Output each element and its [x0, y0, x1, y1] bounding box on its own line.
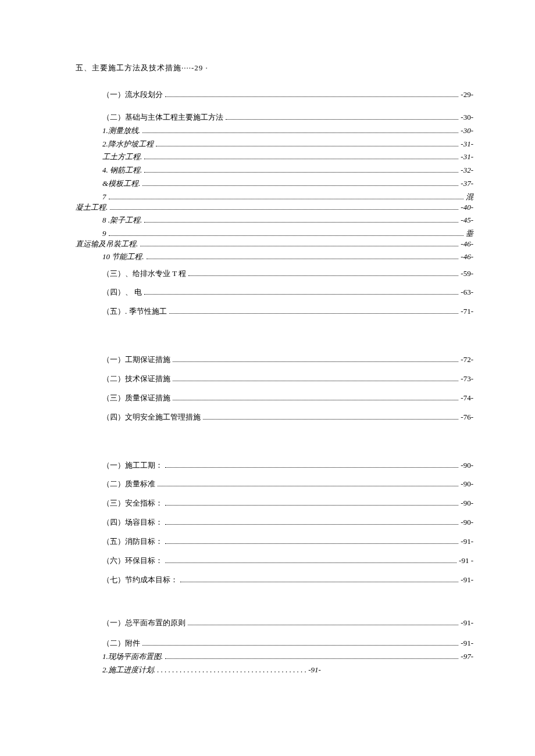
toc-line: （三）质量保证措施-74-	[102, 393, 473, 404]
toc-dots	[156, 146, 459, 146]
toc-wrap-word: 垂	[466, 228, 473, 239]
toc-line: 凝土工程. -40-	[76, 202, 473, 213]
toc-dots	[203, 419, 458, 420]
toc-page: -30-	[461, 112, 473, 123]
toc-dots	[188, 275, 458, 276]
toc-page: -32-	[461, 165, 473, 176]
toc-dots	[165, 562, 456, 563]
toc-label: （五）. 季节性施工	[102, 306, 167, 317]
toc-page: -73-	[461, 374, 473, 385]
section-title: 五、主要施工方法及技术措施····-29 ·	[76, 63, 473, 73]
toc-dots	[158, 486, 458, 486]
toc-label: 9	[102, 229, 106, 238]
toc-label: （三）、给排水专业 T 程	[102, 268, 186, 280]
toc-page: -31-	[461, 139, 473, 150]
toc-label: （四）场容目标：	[102, 517, 163, 528]
toc-page: -71-	[461, 306, 473, 317]
toc-dots	[165, 505, 458, 506]
toc-dots	[109, 199, 464, 199]
toc-line: （五）消防目标：-91-	[102, 536, 473, 547]
toc-dots	[173, 361, 458, 362]
toc-page: -40-	[461, 203, 473, 212]
toc-line: 直运输及吊装工程. -46-	[76, 239, 473, 249]
toc-page: -91-	[461, 536, 473, 547]
toc-dots	[142, 645, 458, 646]
toc-dots	[165, 467, 458, 468]
toc-page: -74-	[461, 393, 473, 404]
toc-page: -91-	[461, 618, 473, 629]
toc-dots	[169, 313, 459, 314]
toc-page: -30-	[461, 126, 473, 137]
toc-line: （二）附件-91-	[102, 638, 473, 649]
toc-page: -59-	[461, 268, 473, 280]
toc-line: （二）技术保证措施-73-	[102, 374, 473, 385]
toc-line: （三）、给排水专业 T 程-59-	[102, 268, 473, 280]
toc-page: -91-	[461, 638, 473, 649]
toc-dots	[147, 259, 459, 259]
toc-dots	[140, 246, 458, 246]
toc-dots	[110, 209, 458, 210]
toc-line: 4. 钢筋工程.-32-	[102, 165, 473, 176]
toc-label: （四）文明安全施工管理措施	[102, 412, 201, 423]
toc-page: -37-	[461, 178, 473, 189]
toc-dots	[165, 524, 458, 525]
toc-label: 凝土工程.	[76, 202, 108, 213]
toc-label: （四）、 电	[102, 287, 142, 298]
toc-label: （二）基础与主体工程主要施工方法	[102, 112, 223, 123]
toc-dots	[180, 582, 458, 582]
toc-label: （三）质量保证措施	[102, 393, 170, 404]
toc-label: 工土方工程.	[102, 152, 142, 163]
toc-label: 直运输及吊装工程.	[76, 239, 138, 249]
toc-label: （五）消防目标：	[102, 536, 163, 547]
toc-line: （四）文明安全施工管理措施-76-	[102, 412, 473, 423]
toc-label: （一）施工工期：	[102, 460, 163, 471]
toc-label: （六）环保目标：	[102, 556, 163, 567]
toc-label: 7	[102, 192, 106, 202]
toc-page: -31-	[461, 152, 473, 163]
toc-page: -45-	[461, 215, 473, 226]
toc-line: 10 节能工程.-46-	[102, 252, 473, 263]
toc-dots	[142, 132, 458, 133]
toc-wrap-word: 混	[466, 192, 473, 202]
toc-dots	[142, 185, 458, 186]
toc-line: （二）基础与主体工程主要施工方法-30-	[102, 112, 473, 123]
toc-line: 2.降水护坡工程-31-	[102, 139, 473, 150]
toc-line: 8 .架子工程.-45-	[102, 215, 473, 226]
toc-line: （一）工期保证措施-72-	[102, 354, 473, 366]
toc-page: -90-	[461, 460, 473, 471]
toc-page: -91 -	[459, 556, 473, 567]
toc-dots	[144, 294, 458, 295]
toc-page: -90-	[461, 517, 473, 528]
toc-dots	[144, 159, 458, 159]
toc-label: （三）安全指标：	[102, 498, 163, 509]
toc-line: （四）、 电-63-	[102, 287, 473, 298]
toc-label: 8 .架子工程.	[102, 215, 142, 226]
toc-dots	[165, 543, 458, 544]
toc-dots	[165, 96, 458, 97]
toc-label: （二）附件	[102, 638, 140, 649]
toc-line: 1.现场平面布置图.-97-	[102, 651, 473, 662]
toc-page: -46-	[461, 252, 473, 263]
toc-label: 1.现场平面布置图.	[102, 651, 163, 662]
toc-dots	[173, 400, 458, 400]
toc-label: （一）总平面布置的原则	[102, 618, 186, 629]
toc-line: （一）总平面布置的原则-91-	[102, 618, 473, 629]
toc-page: -63-	[461, 287, 473, 298]
toc-line: 7 混	[102, 192, 473, 202]
toc-line: 2.施工进度计划. . . . . . . . . . . . . . . . …	[102, 665, 473, 676]
toc-label: 4. 钢筋工程.	[102, 165, 142, 176]
toc-line: （六）环保目标：-91 -	[102, 556, 473, 567]
toc-label: 2.降水护坡工程	[102, 139, 154, 150]
toc-dots	[144, 172, 458, 173]
toc-line: （四）场容目标：-90-	[102, 517, 473, 528]
toc-page: -29-	[461, 89, 473, 101]
toc-dots	[226, 119, 458, 120]
toc-dots	[109, 235, 464, 236]
toc-line: （三）安全指标：-90-	[102, 498, 473, 509]
toc-dots	[165, 658, 458, 659]
toc-label: （七）节约成本目标：	[102, 575, 178, 586]
toc-page: -97-	[461, 651, 473, 662]
toc-dots	[173, 381, 458, 381]
toc-label: （二）技术保证措施	[102, 374, 170, 385]
toc-line: 工土方工程.-31-	[102, 152, 473, 163]
